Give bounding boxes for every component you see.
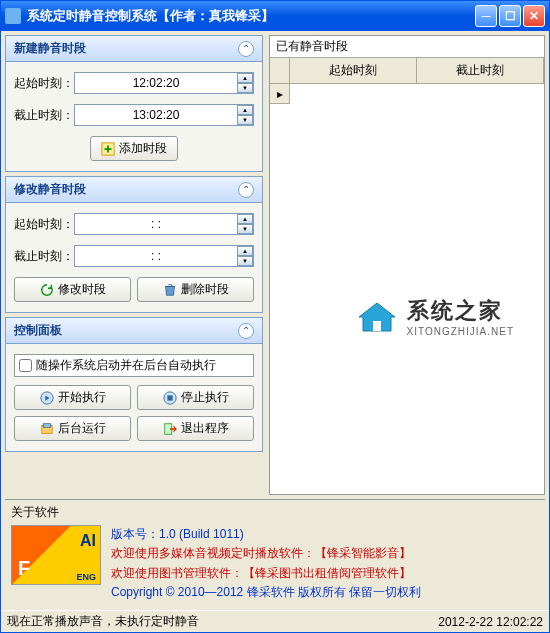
status-text: 现在正常播放声音，未执行定时静音 [7,613,199,630]
copyright-text: Copyright © 2010—2012 锋采软件 版权所有 保留一切权利 [111,583,539,602]
end-time-input-edit[interactable]: ▲ ▼ [74,245,254,267]
grid-header-marker [270,58,290,83]
app-logo: F AI ENG [11,525,101,585]
panel-header-control: 控制面板 ⌃ [6,318,262,344]
welcome-line1-product: 【锋采智能影音】 [315,546,411,560]
svg-rect-3 [167,395,172,400]
grid-title: 已有静音时段 [270,36,544,57]
stop-icon [163,391,177,405]
spinner-up-icon[interactable]: ▲ [237,246,253,256]
maximize-button[interactable]: ☐ [499,5,521,27]
grid-body[interactable]: ▸ [270,84,544,494]
start-time-label-edit: 起始时刻： [14,216,74,233]
welcome-line2-product: 【锋采图书出租借阅管理软件】 [243,566,411,580]
welcome-line1-prefix: 欢迎使用多媒体音视频定时播放软件： [111,546,315,560]
delete-period-button[interactable]: 删除时段 [137,277,254,302]
delete-period-label: 删除时段 [181,281,229,298]
panel-new-period: 新建静音时段 ⌃ 起始时刻： ▲ ▼ [5,35,263,172]
stop-execute-button[interactable]: 停止执行 [137,385,254,410]
panel-title-control: 控制面板 [14,322,62,339]
version-text: 版本号：1.0 (Build 1011) [111,525,539,544]
logo-text: AI [80,532,96,550]
spinner-up-icon[interactable]: ▲ [237,105,253,115]
about-section: 关于软件 F AI ENG 版本号：1.0 (Build 1011) 欢迎使用多… [5,499,545,606]
spinner-up-icon[interactable]: ▲ [237,73,253,83]
minimize-button[interactable]: ─ [475,5,497,27]
end-time-label-edit: 截止时刻： [14,248,74,265]
panel-title-edit: 修改静音时段 [14,181,86,198]
modify-period-label: 修改时段 [58,281,106,298]
collapse-icon[interactable]: ⌃ [238,41,254,57]
spinner-down-icon[interactable]: ▼ [237,83,253,93]
end-time-input-new[interactable]: ▲ ▼ [74,104,254,126]
modify-period-button[interactable]: 修改时段 [14,277,131,302]
spinner-down-icon[interactable]: ▼ [237,224,253,234]
end-time-label: 截止时刻： [14,107,74,124]
collapse-icon[interactable]: ⌃ [238,182,254,198]
autostart-checkbox[interactable] [19,359,32,372]
panel-edit-period: 修改静音时段 ⌃ 起始时刻： ▲ ▼ [5,176,263,313]
panel-header-new: 新建静音时段 ⌃ [6,36,262,62]
grid-header-start[interactable]: 起始时刻 [290,58,417,83]
grid-header: 起始时刻 截止时刻 [270,57,544,84]
status-datetime: 2012-2-22 12:02:22 [438,615,543,629]
panel-control: 控制面板 ⌃ 随操作系统启动并在后台自动执行 [5,317,263,452]
start-time-field-new[interactable] [75,76,237,90]
grid-row-pointer-icon: ▸ [270,84,290,104]
app-icon [5,8,21,24]
add-period-label: 添加时段 [119,140,167,157]
about-lines: 版本号：1.0 (Build 1011) 欢迎使用多媒体音视频定时播放软件：【锋… [111,525,539,602]
add-icon [101,142,115,156]
background-run-label: 后台运行 [58,420,106,437]
end-time-field-edit[interactable] [75,249,237,263]
start-time-field-edit[interactable] [75,217,237,231]
exit-program-button[interactable]: 退出程序 [137,416,254,441]
panel-header-edit: 修改静音时段 ⌃ [6,177,262,203]
end-time-field-new[interactable] [75,108,237,122]
spinner-down-icon[interactable]: ▼ [237,115,253,125]
welcome-line2-prefix: 欢迎使用图书管理软件： [111,566,243,580]
spinner-up-icon[interactable]: ▲ [237,214,253,224]
play-icon [40,391,54,405]
start-execute-button[interactable]: 开始执行 [14,385,131,410]
statusbar: 现在正常播放声音，未执行定时静音 2012-2-22 12:02:22 [1,610,549,632]
about-title: 关于软件 [11,504,539,521]
exit-program-label: 退出程序 [181,420,229,437]
start-execute-label: 开始执行 [58,389,106,406]
trash-icon [163,283,177,297]
background-run-button[interactable]: 后台运行 [14,416,131,441]
autostart-checkbox-row[interactable]: 随操作系统启动并在后台自动执行 [14,354,254,377]
exit-icon [163,422,177,436]
start-time-label: 起始时刻： [14,75,74,92]
tray-icon [40,422,54,436]
collapse-icon[interactable]: ⌃ [238,323,254,339]
close-button[interactable]: ✕ [523,5,545,27]
spinner-down-icon[interactable]: ▼ [237,256,253,266]
refresh-icon [40,283,54,297]
left-panel: 新建静音时段 ⌃ 起始时刻： ▲ ▼ [5,35,263,495]
window-title: 系统定时静音控制系统【作者：真我锋采】 [27,7,475,25]
add-period-button[interactable]: 添加时段 [90,136,178,161]
svg-rect-5 [43,423,50,427]
logo-sub: ENG [76,572,96,582]
app-window: 系统定时静音控制系统【作者：真我锋采】 ─ ☐ ✕ 新建静音时段 ⌃ 起始时刻： [0,0,550,633]
titlebar[interactable]: 系统定时静音控制系统【作者：真我锋采】 ─ ☐ ✕ [1,1,549,31]
start-time-input-new[interactable]: ▲ ▼ [74,72,254,94]
autostart-label: 随操作系统启动并在后台自动执行 [36,357,216,374]
main-area: 新建静音时段 ⌃ 起始时刻： ▲ ▼ [5,35,545,495]
grid-header-end[interactable]: 截止时刻 [417,58,544,83]
start-time-input-edit[interactable]: ▲ ▼ [74,213,254,235]
stop-execute-label: 停止执行 [181,389,229,406]
panel-title-new: 新建静音时段 [14,40,86,57]
periods-grid-panel: 已有静音时段 起始时刻 截止时刻 ▸ 系统之家 XITONG [269,35,545,495]
window-body: 新建静音时段 ⌃ 起始时刻： ▲ ▼ [1,31,549,610]
